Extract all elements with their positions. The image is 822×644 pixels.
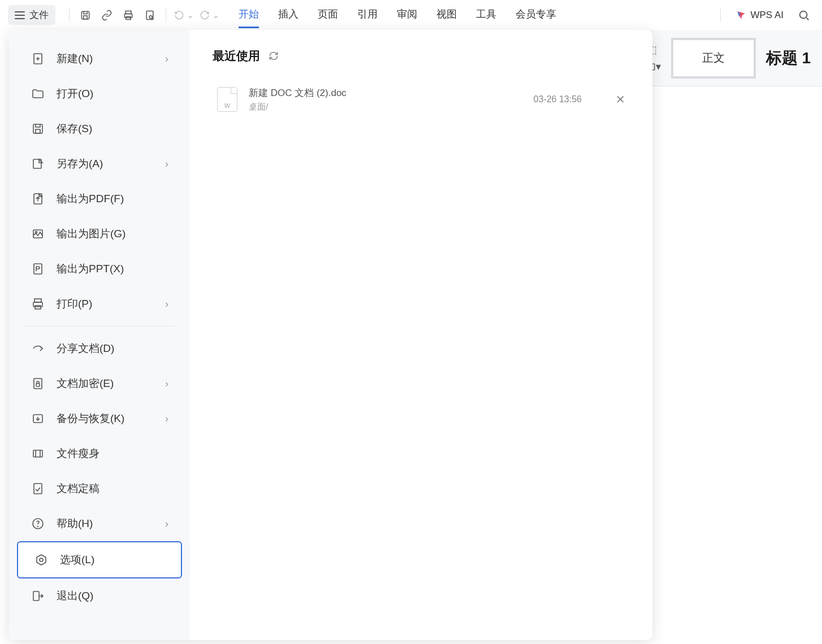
chevron-right-icon: › [165,518,168,530]
svg-rect-10 [36,129,40,133]
tab-member[interactable]: 会员专享 [516,2,556,28]
doc-icon: W [217,87,237,112]
recent-header: 最近使用 [213,48,630,64]
redo-button[interactable]: ⌄ [200,10,219,20]
file-menu-panel: 新建(N) › 打开(O) 保存(S) 另存为(A) › 输出为PDF(F) 输… [9,30,652,640]
menu-save[interactable]: 保存(S) [15,111,184,146]
file-label: 文件 [29,8,49,21]
svg-point-14 [36,232,37,233]
menu-divider [25,326,174,327]
menu-encrypt[interactable]: 文档加密(E) › [15,366,184,401]
toolbar-right: WPS AI [716,7,814,23]
separator [166,8,166,22]
wps-ai-label: WPS AI [750,10,784,21]
export-pdf-icon [31,192,45,206]
close-icon[interactable]: ✕ [616,93,625,106]
chevron-down-icon: ⌄ [187,10,194,20]
refresh-icon[interactable] [268,50,279,62]
doc-name: 新建 DOC 文档 (2).doc [249,86,522,99]
svg-rect-28 [33,591,39,601]
menu-exit[interactable]: 退出(Q) [15,578,184,613]
file-menu-sidebar: 新建(N) › 打开(O) 保存(S) 另存为(A) › 输出为PDF(F) 输… [9,30,190,640]
ribbon-tabs: 开始 插入 页面 引用 审阅 视图 工具 会员专享 [239,2,556,28]
encrypt-icon [31,376,45,391]
svg-point-25 [38,526,38,527]
search-icon[interactable] [796,7,812,23]
menu-export-pdf[interactable]: 输出为PDF(F) [15,181,184,216]
chevron-right-icon: › [165,53,168,65]
svg-rect-4 [126,16,131,19]
svg-rect-16 [34,299,41,302]
help-icon [31,516,45,531]
svg-rect-22 [33,450,42,457]
backup-icon [31,411,45,426]
svg-rect-20 [36,384,40,386]
print-preview-icon[interactable] [142,7,158,23]
share-icon [31,341,45,356]
svg-rect-0 [81,11,89,19]
wps-ai-button[interactable]: WPS AI [736,10,784,21]
style-heading1[interactable]: 标题 1 [766,47,811,69]
tab-review[interactable]: 审阅 [397,2,417,28]
hamburger-icon [15,11,25,19]
svg-point-7 [800,11,807,18]
svg-marker-26 [37,555,46,565]
save-icon[interactable] [77,7,93,23]
file-menu-button[interactable]: 文件 [8,5,55,25]
chevron-down-icon: ⌄ [212,10,219,20]
save-as-icon [31,156,45,171]
tab-page[interactable]: 页面 [318,2,338,28]
menu-options[interactable]: 选项(L) [17,541,182,578]
wps-ai-icon [736,10,747,21]
link-icon[interactable] [99,7,115,23]
export-img-icon [31,227,45,241]
tab-reference[interactable]: 引用 [357,2,378,28]
menu-export-img[interactable]: 输出为图片(G) [15,216,184,251]
menu-print[interactable]: 打印(P) › [15,286,184,321]
svg-rect-9 [33,124,42,133]
menu-share[interactable]: 分享文档(D) [15,331,184,366]
top-toolbar: 文件 ⌄ ⌄ 开始 插入 页面 引用 审阅 视图 工具 会员专享 WPS AI [0,0,822,30]
undo-button[interactable]: ⌄ [174,10,194,20]
print-icon [31,297,45,311]
menu-backup[interactable]: 备份与恢复(K) › [15,401,184,436]
separator [69,8,70,22]
file-menu-content: 最近使用 W 新建 DOC 文档 (2).doc 桌面/ 03-26 13:56… [190,30,652,640]
finalize-icon [31,481,45,496]
tab-start[interactable]: 开始 [239,2,259,28]
svg-point-27 [40,558,43,562]
new-icon [31,51,45,66]
export-ppt-icon [31,262,45,276]
recent-item[interactable]: W 新建 DOC 文档 (2).doc 桌面/ 03-26 13:56 ✕ [213,77,630,121]
menu-new[interactable]: 新建(N) › [15,41,184,76]
menu-help[interactable]: 帮助(H) › [15,506,184,541]
style-body-text[interactable]: 正文 [671,38,756,79]
menu-save-as[interactable]: 另存为(A) › [15,146,184,181]
menu-slim[interactable]: 文件瘦身 [15,436,184,471]
options-icon [34,552,49,567]
tab-view[interactable]: 视图 [436,2,457,28]
exit-icon [31,589,45,603]
tab-insert[interactable]: 插入 [278,2,298,28]
menu-export-ppt[interactable]: 输出为PPT(X) [15,251,184,286]
doc-time: 03-26 13:56 [534,94,582,105]
chevron-right-icon: › [165,298,168,310]
chevron-right-icon: › [165,413,168,425]
chevron-right-icon: › [165,158,168,170]
svg-rect-23 [34,484,42,494]
menu-open[interactable]: 打开(O) [15,76,184,111]
doc-path: 桌面/ [249,102,522,112]
separator [720,8,721,22]
chevron-right-icon: › [165,378,168,390]
doc-info: 新建 DOC 文档 (2).doc 桌面/ [249,86,522,112]
save-icon [31,121,45,136]
open-icon [31,86,45,101]
menu-finalize[interactable]: 文档定稿 [15,471,184,506]
tab-tools[interactable]: 工具 [476,2,496,28]
recent-title: 最近使用 [213,48,260,64]
svg-rect-18 [35,306,41,309]
svg-rect-1 [84,15,88,19]
slim-icon [31,446,45,461]
print-icon[interactable] [120,7,136,23]
